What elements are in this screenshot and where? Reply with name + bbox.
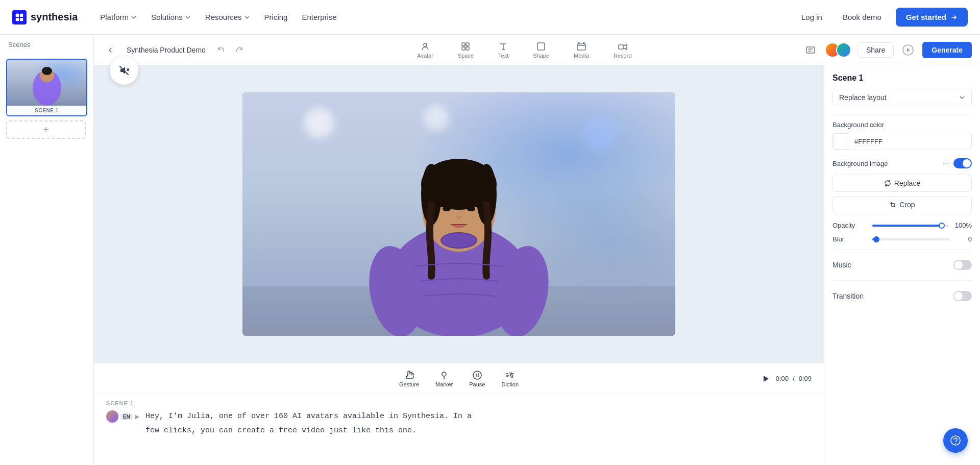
svg-rect-18 <box>577 44 585 50</box>
demo-button[interactable]: Book demo <box>837 9 888 26</box>
svg-point-28 <box>424 105 449 131</box>
time-separator: / <box>793 375 795 382</box>
svg-rect-22 <box>806 47 815 53</box>
space-tool[interactable]: Space <box>454 39 478 61</box>
svg-rect-15 <box>462 47 465 50</box>
lang-badge: EN <box>120 413 133 420</box>
script-line-1: EN ▶ Hey, I'm Julia, one of over 160 AI … <box>106 410 812 437</box>
svg-point-12 <box>424 43 427 46</box>
get-started-button[interactable]: Get started <box>896 8 968 27</box>
mute-button[interactable] <box>110 56 138 85</box>
record-tool[interactable]: Record <box>609 39 635 61</box>
svg-point-19 <box>578 42 579 43</box>
bg-image-more-button[interactable]: ··· <box>943 159 949 168</box>
blur-slider[interactable] <box>872 238 949 240</box>
avatar-tool[interactable]: Avatar <box>413 39 437 61</box>
divider-3 <box>832 280 972 281</box>
play-button[interactable] <box>760 373 772 385</box>
playback-tools: Gesture Marker Pause Diction <box>94 363 824 394</box>
preview-play-button[interactable] <box>900 42 916 58</box>
panel-scene-title: Scene 1 <box>832 74 972 83</box>
collaborators <box>825 42 851 58</box>
color-swatch <box>833 133 849 150</box>
opacity-slider[interactable] <box>872 225 949 227</box>
canvas-area: Gesture Marker Pause Diction <box>94 65 824 465</box>
comments-button[interactable] <box>802 42 819 58</box>
music-row: Music <box>832 256 972 274</box>
music-toggle-knob <box>954 261 963 269</box>
svg-point-46 <box>955 443 956 444</box>
media-tool[interactable]: Media <box>570 39 593 61</box>
transition-toggle-knob <box>954 292 963 300</box>
editor-toolbar: Synthesia Product Demo Avatar Space Text <box>94 35 980 65</box>
opacity-row: Opacity 100% <box>832 222 972 229</box>
svg-rect-17 <box>537 43 545 50</box>
transition-row: Transition <box>832 287 972 305</box>
nav-platform[interactable]: Platform <box>94 9 143 26</box>
marker-tool[interactable]: Marker <box>435 370 453 387</box>
arrow-icon: ▶ <box>135 413 139 420</box>
gesture-tool[interactable]: Gesture <box>399 370 419 387</box>
add-scene-button[interactable]: + <box>6 120 86 139</box>
script-text-2[interactable]: few clicks, you can create a free video … <box>145 425 472 437</box>
nav-pricing[interactable]: Pricing <box>258 9 294 26</box>
pause-tool[interactable]: Pause <box>469 370 485 387</box>
logo[interactable]: synthesia <box>12 10 78 25</box>
script-area: SCENE 1 EN ▶ Hey, I'm Julia, one of over… <box>94 394 824 465</box>
time-total: 0:09 <box>799 375 812 382</box>
svg-rect-1 <box>20 13 23 16</box>
collaborator-2-avatar <box>836 42 851 58</box>
opacity-fill <box>872 225 942 227</box>
nav-right: Log in Book demo Get started <box>795 8 968 27</box>
time-display: 0:00 / 0:09 <box>760 373 812 385</box>
scene-thumb-image <box>7 60 87 106</box>
toolbar-center: Avatar Space Text Shape Media Record <box>247 39 802 61</box>
transition-toggle[interactable] <box>953 291 972 301</box>
undo-button[interactable] <box>214 43 228 57</box>
diction-tool[interactable]: Diction <box>501 370 519 387</box>
redo-button[interactable] <box>232 43 247 57</box>
music-label: Music <box>832 261 851 269</box>
divider-2 <box>832 249 972 250</box>
blur-row: Blur 0 <box>832 235 972 243</box>
color-input-row[interactable]: #FFFFFF <box>832 133 972 150</box>
scenes-header: Scenes <box>0 35 93 55</box>
svg-rect-21 <box>619 45 624 49</box>
support-button[interactable] <box>943 428 968 453</box>
svg-rect-13 <box>462 43 465 46</box>
avatar-badge-icon <box>106 410 118 423</box>
nav-solutions[interactable]: Solutions <box>145 9 197 26</box>
login-button[interactable]: Log in <box>795 9 828 26</box>
replace-button[interactable]: Replace <box>832 175 972 192</box>
script-text-1[interactable]: Hey, I'm Julia, one of over 160 AI avata… <box>145 410 472 423</box>
svg-point-38 <box>467 206 475 211</box>
toggle-knob <box>963 159 971 167</box>
crop-button[interactable]: Crop <box>832 196 972 213</box>
right-panel: Scene 1 Replace layout Background color … <box>824 65 980 465</box>
bg-image-toggle[interactable] <box>953 158 972 168</box>
layout-dropdown[interactable]: Replace layout <box>832 89 972 106</box>
canvas-background <box>242 92 675 336</box>
svg-marker-44 <box>764 376 769 382</box>
scene-1-label: SCENE 1 <box>7 106 86 115</box>
text-tool[interactable]: Text <box>494 39 512 61</box>
bg-image-controls: ··· <box>943 158 972 168</box>
svg-rect-14 <box>466 43 469 46</box>
svg-point-29 <box>582 115 618 151</box>
editor-container: Synthesia Product Demo Avatar Space Text <box>94 35 980 465</box>
generate-button[interactable]: Generate <box>922 42 972 58</box>
back-button[interactable] <box>102 42 118 58</box>
logo-icon <box>12 10 27 25</box>
opacity-thumb[interactable] <box>939 223 945 229</box>
logo-text: synthesia <box>31 11 78 23</box>
scene-1-thumbnail[interactable]: SCENE 1 <box>6 59 87 116</box>
share-button[interactable]: Share <box>857 42 894 58</box>
canvas-frame[interactable] <box>242 92 675 336</box>
svg-point-20 <box>583 42 584 43</box>
time-current: 0:00 <box>776 375 789 382</box>
blur-thumb[interactable] <box>873 236 879 242</box>
nav-enterprise[interactable]: Enterprise <box>296 9 342 26</box>
shape-tool[interactable]: Shape <box>529 39 553 61</box>
music-toggle[interactable] <box>953 260 972 270</box>
nav-resources[interactable]: Resources <box>199 9 256 26</box>
